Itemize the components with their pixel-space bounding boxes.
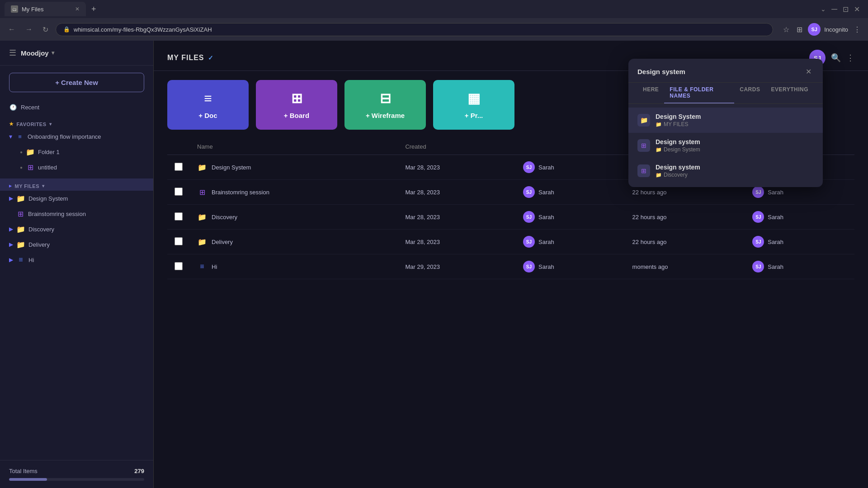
- editor-avatar: SJ: [752, 211, 764, 223]
- search-filter-tab[interactable]: EVERYTHING: [765, 83, 814, 103]
- table-row[interactable]: 📁 Delivery Mar 28, 2023 SJ Sarah 22 hour…: [167, 230, 854, 254]
- close-window-button[interactable]: ✕: [854, 5, 860, 14]
- sidebar-item-brainstorming[interactable]: ⊞ Brainstomring session: [0, 206, 153, 221]
- sidebar-item-delivery[interactable]: ▶ 📁 Delivery: [0, 237, 153, 252]
- create-new-button[interactable]: + Create New: [9, 73, 144, 92]
- browser-actions: ☆ ⊞ SJ Incognito ⋮: [781, 23, 863, 36]
- result-path: 📁 Discovery: [656, 172, 814, 178]
- delivery-label: Delivery: [28, 241, 50, 248]
- reload-button[interactable]: ↻: [40, 23, 51, 36]
- path-text: Discovery: [664, 172, 688, 178]
- main-title-text: MY FILES: [167, 54, 204, 62]
- sidebar-item-onboarding[interactable]: ▾ ≡ Onboarding flow importance: [0, 129, 153, 144]
- search-result-item[interactable]: ⊞ Design system 📁 Design System: [628, 133, 823, 158]
- new-more-card[interactable]: ▦ + Pr...: [433, 80, 514, 130]
- new-doc-card[interactable]: ≡ + Doc: [167, 80, 249, 130]
- total-items-count: 279: [134, 468, 144, 474]
- result-icon: ⊞: [637, 164, 650, 177]
- result-path: 📁 MY FILES: [656, 121, 814, 127]
- user-profile-button[interactable]: SJ: [808, 23, 821, 36]
- favorites-header[interactable]: ★ FAVORITES ▾: [0, 117, 153, 129]
- browser-tabs: 🗂 My Files ✕ + ⌄ ─ ⊡ ✕: [0, 0, 868, 18]
- star-button[interactable]: ☆: [781, 23, 791, 36]
- new-board-card[interactable]: ⊞ + Board: [256, 80, 337, 130]
- row-edited: 22 hours ago: [625, 230, 745, 254]
- search-close-button[interactable]: ✕: [803, 66, 814, 77]
- wireframe-card-icon: ⊟: [380, 90, 391, 106]
- reader-button[interactable]: ⊞: [795, 23, 804, 36]
- result-path: 📁 Design System: [656, 146, 814, 153]
- wireframe-card-label: + Wireframe: [366, 112, 405, 119]
- storage-progress-fill: [9, 478, 47, 481]
- maximize-button[interactable]: ⊡: [843, 5, 849, 14]
- address-bar[interactable]: 🔒 whimsical.com/my-files-RbgQx3WzzanGysA…: [56, 23, 773, 36]
- sidebar-item-hi[interactable]: ▶ ≡ Hi: [0, 252, 153, 267]
- sidebar-menu-button[interactable]: ☰: [9, 48, 16, 58]
- path-folder-icon: 📁: [656, 172, 662, 178]
- row-checkbox[interactable]: [175, 188, 183, 196]
- back-button[interactable]: ←: [5, 23, 18, 35]
- board-card-label: + Board: [284, 112, 309, 119]
- search-button[interactable]: 🔍: [831, 53, 841, 63]
- dot-icon2: ●: [20, 165, 23, 170]
- row-creator-cell: SJ Sarah: [516, 254, 625, 279]
- sidebar-item-untitled[interactable]: ● ⊞ untitled: [16, 160, 153, 175]
- search-query-title: Design system: [637, 68, 685, 75]
- untitled-label: untitled: [38, 164, 57, 171]
- th-created: Created: [398, 139, 516, 155]
- expand-hi-icon: ▶: [9, 257, 13, 263]
- row-checkbox[interactable]: [175, 237, 183, 245]
- result-name: Design system: [656, 138, 814, 145]
- new-tab-button[interactable]: +: [88, 3, 100, 16]
- tab-close-button[interactable]: ✕: [75, 6, 80, 12]
- dot-icon: ●: [20, 150, 23, 155]
- sidebar-item-design-system[interactable]: ▶ 📁 Design System: [0, 191, 153, 206]
- creator-name: Sarah: [538, 164, 554, 171]
- tab-favicon: 🗂: [11, 5, 18, 13]
- row-checkbox[interactable]: [175, 212, 183, 221]
- doc-icon: ≡: [16, 132, 24, 141]
- search-result-item[interactable]: ⊞ Design system 📁 Discovery: [628, 158, 823, 183]
- more-options-button[interactable]: ⋮: [846, 53, 854, 63]
- file-type-icon: 📁: [197, 237, 207, 247]
- folder1-label: Folder 1: [38, 149, 60, 155]
- result-icon: ⊞: [637, 139, 650, 152]
- new-wireframe-card[interactable]: ⊟ + Wireframe: [344, 80, 426, 130]
- expand-icon: ▾: [9, 133, 12, 140]
- creator-avatar: SJ: [523, 236, 535, 248]
- sidebar-item-discovery[interactable]: ▶ 📁 Discovery: [0, 221, 153, 237]
- sidebar-item-folder1[interactable]: ● 📁 Folder 1: [16, 144, 153, 160]
- file-type-icon: ⊞: [197, 187, 207, 197]
- my-files-section: ▸ MY FILES ▾ ▶ 📁 Design System ⊞ Brainst…: [0, 177, 153, 269]
- search-filter-tab[interactable]: CARDS: [734, 83, 765, 103]
- row-checkbox[interactable]: [175, 163, 183, 171]
- my-files-indicator: ▸: [9, 183, 12, 189]
- incognito-button[interactable]: Incognito: [824, 26, 848, 33]
- search-results: 📁 Design System 📁 MY FILES ⊞ Design syst…: [628, 104, 823, 187]
- search-filter-tab[interactable]: HERE: [637, 83, 664, 103]
- search-header: Design system ✕: [628, 59, 823, 83]
- row-checkbox-cell: [167, 180, 190, 205]
- row-editor-cell: SJ Sarah: [745, 205, 854, 230]
- browser-more-button[interactable]: ⋮: [852, 23, 863, 36]
- editor-name: Sarah: [768, 239, 783, 245]
- workspace-selector[interactable]: Moodjoy ▾: [21, 49, 54, 57]
- path-text: MY FILES: [664, 121, 688, 127]
- minimize-button[interactable]: ─: [831, 5, 837, 14]
- table-row[interactable]: 📁 Discovery Mar 28, 2023 SJ Sarah 22 hou…: [167, 205, 854, 230]
- row-checkbox[interactable]: [175, 262, 183, 270]
- my-files-header[interactable]: ▸ MY FILES ▾: [0, 178, 153, 191]
- editor-cell: SJ Sarah: [752, 236, 847, 248]
- creator-name: Sarah: [538, 189, 554, 196]
- sidebar-item-recent[interactable]: 🕐 Recent: [0, 99, 153, 115]
- search-result-item[interactable]: 📁 Design System 📁 MY FILES: [628, 108, 823, 133]
- forward-button[interactable]: →: [23, 23, 35, 35]
- active-tab[interactable]: 🗂 My Files ✕: [5, 2, 86, 16]
- file-name-group: 📁 Discovery: [197, 212, 391, 222]
- verified-icon: ✓: [208, 54, 214, 61]
- search-filter-tab[interactable]: FILE & FOLDER NAMES: [664, 83, 734, 103]
- row-checkbox-cell: [167, 230, 190, 254]
- discovery-label: Discovery: [28, 226, 54, 233]
- editor-cell: SJ Sarah: [752, 186, 847, 198]
- table-row[interactable]: ≡ Hi Mar 29, 2023 SJ Sarah moments ago S…: [167, 254, 854, 279]
